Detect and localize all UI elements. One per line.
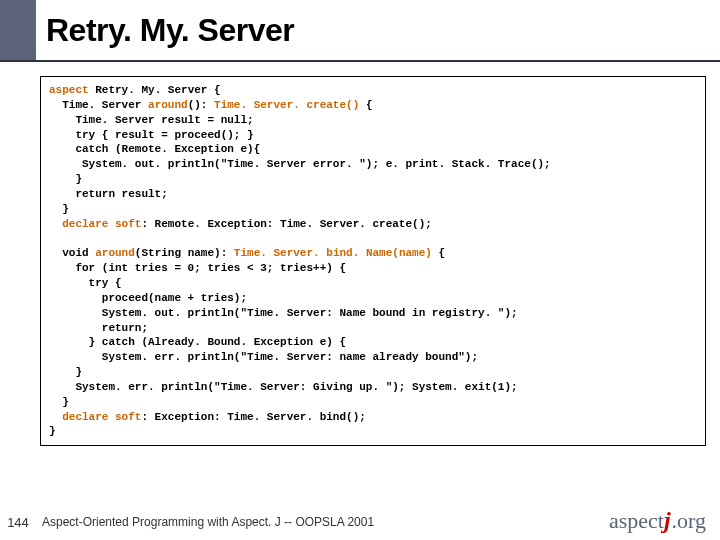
- kw-soft: soft: [115, 218, 141, 230]
- code-text: for (int tries = 0; tries < 3; tries++) …: [49, 262, 346, 274]
- code-text: }: [49, 366, 82, 378]
- code-text: void: [49, 247, 95, 259]
- title-pad: [0, 0, 36, 60]
- code-text: } catch (Already. Bound. Exception e) {: [49, 336, 346, 348]
- footer-text: Aspect-Oriented Programming with Aspect.…: [36, 515, 374, 529]
- code-text: System. err. println("Time. Server: Givi…: [49, 381, 518, 393]
- code-text: }: [49, 396, 69, 408]
- code-text: : Exception: Time. Server. bind();: [141, 411, 365, 423]
- kw-declare: declare: [49, 411, 115, 423]
- slide: Retry. My. Server aspect Retry. My. Serv…: [0, 0, 720, 540]
- code-text: Retry. My. Server {: [95, 84, 220, 96]
- code-text: {: [432, 247, 445, 259]
- code-text: Time. Server result = null;: [49, 114, 254, 126]
- kw-around: around: [148, 99, 188, 111]
- blank-line: [49, 232, 56, 244]
- code-text: System. err. println("Time. Server: name…: [49, 351, 478, 363]
- code-text: : Remote. Exception: Time. Server. creat…: [141, 218, 431, 230]
- code-text: proceed(name + tries);: [49, 292, 247, 304]
- code-text: System. out. println("Time. Server error…: [49, 158, 551, 170]
- code-text: try { result = proceed(); }: [49, 129, 254, 141]
- slide-title: Retry. My. Server: [36, 0, 720, 60]
- code-text: {: [359, 99, 372, 111]
- code-text: }: [49, 425, 56, 437]
- code-text: try {: [49, 277, 122, 289]
- code-text: }: [49, 203, 69, 215]
- code-text: System. out. println("Time. Server: Name…: [49, 307, 518, 319]
- kw-soft: soft: [115, 411, 141, 423]
- logo-aspect: aspect: [609, 508, 664, 534]
- code-text: catch (Remote. Exception e){: [49, 143, 260, 155]
- title-bar: Retry. My. Server: [0, 0, 720, 62]
- kw-declare: declare: [49, 218, 115, 230]
- logo-org: .org: [672, 508, 706, 534]
- code-text: Time. Server: [49, 99, 148, 111]
- kw-aspect: aspect: [49, 84, 95, 96]
- code-text: return;: [49, 322, 148, 334]
- pointcut: Time. Server. create(): [214, 99, 359, 111]
- code-text: }: [49, 173, 82, 185]
- aspectj-logo: aspectj.org: [609, 507, 706, 534]
- code-text: return result;: [49, 188, 168, 200]
- logo-j: j: [664, 507, 671, 534]
- code-block: aspect Retry. My. Server { Time. Server …: [40, 76, 706, 446]
- code-text: ():: [188, 99, 214, 111]
- code-text: (String name):: [135, 247, 234, 259]
- pointcut: Time. Server. bind. Name(name): [234, 247, 432, 259]
- page-number: 144: [0, 515, 36, 530]
- kw-around: around: [95, 247, 135, 259]
